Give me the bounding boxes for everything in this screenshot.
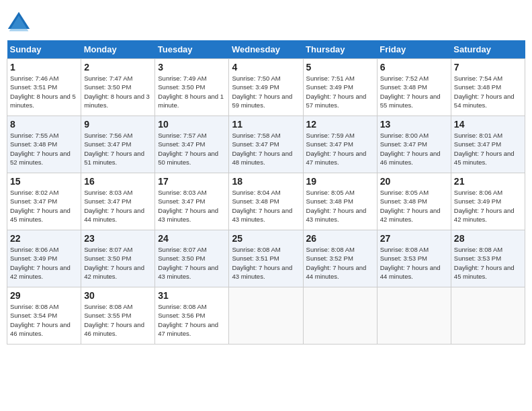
day-number: 27 <box>380 233 448 244</box>
day-number: 2 <box>84 62 152 73</box>
day-number: 25 <box>232 233 300 244</box>
day-info: Sunrise: 7:57 AM Sunset: 3:47 PM Dayligh… <box>158 131 226 167</box>
day-info: Sunrise: 8:06 AM Sunset: 3:49 PM Dayligh… <box>10 245 78 281</box>
calendar-cell: 11 Sunrise: 7:58 AM Sunset: 3:47 PM Dayl… <box>229 116 303 173</box>
day-info: Sunrise: 8:08 AM Sunset: 3:55 PM Dayligh… <box>84 302 152 338</box>
day-number: 15 <box>10 176 78 187</box>
day-number: 12 <box>306 119 374 130</box>
week-row-4: 22 Sunrise: 8:06 AM Sunset: 3:49 PM Dayl… <box>7 230 525 287</box>
calendar-cell: 21 Sunrise: 8:06 AM Sunset: 3:49 PM Dayl… <box>451 173 525 230</box>
day-number: 28 <box>454 233 522 244</box>
column-header-sunday: Sunday <box>7 40 81 59</box>
calendar-cell: 3 Sunrise: 7:49 AM Sunset: 3:50 PM Dayli… <box>155 59 229 116</box>
day-info: Sunrise: 7:56 AM Sunset: 3:47 PM Dayligh… <box>84 131 152 167</box>
day-info: Sunrise: 8:07 AM Sunset: 3:50 PM Dayligh… <box>84 245 152 281</box>
column-header-friday: Friday <box>377 40 451 59</box>
calendar-cell <box>451 287 525 345</box>
calendar-cell: 17 Sunrise: 8:03 AM Sunset: 3:47 PM Dayl… <box>155 173 229 230</box>
calendar-cell: 28 Sunrise: 8:08 AM Sunset: 3:53 PM Dayl… <box>451 230 525 287</box>
day-info: Sunrise: 8:07 AM Sunset: 3:50 PM Dayligh… <box>158 245 226 281</box>
calendar-cell: 25 Sunrise: 8:08 AM Sunset: 3:51 PM Dayl… <box>229 230 303 287</box>
week-row-1: 1 Sunrise: 7:46 AM Sunset: 3:51 PM Dayli… <box>7 59 525 116</box>
day-info: Sunrise: 7:54 AM Sunset: 3:48 PM Dayligh… <box>454 74 522 109</box>
day-number: 6 <box>380 62 448 73</box>
day-info: Sunrise: 7:58 AM Sunset: 3:47 PM Dayligh… <box>232 131 300 167</box>
day-number: 5 <box>306 62 374 73</box>
day-info: Sunrise: 7:52 AM Sunset: 3:48 PM Dayligh… <box>380 74 448 109</box>
column-header-thursday: Thursday <box>303 40 377 59</box>
day-info: Sunrise: 8:08 AM Sunset: 3:52 PM Dayligh… <box>306 245 374 281</box>
day-info: Sunrise: 8:03 AM Sunset: 3:47 PM Dayligh… <box>158 188 226 224</box>
calendar-cell: 15 Sunrise: 8:02 AM Sunset: 3:47 PM Dayl… <box>7 173 81 230</box>
day-info: Sunrise: 8:08 AM Sunset: 3:54 PM Dayligh… <box>10 302 78 338</box>
calendar-cell: 16 Sunrise: 8:03 AM Sunset: 3:47 PM Dayl… <box>81 173 155 230</box>
calendar-table: SundayMondayTuesdayWednesdayThursdayFrid… <box>7 40 525 345</box>
day-number: 19 <box>306 176 374 187</box>
page-header <box>7 7 525 35</box>
day-info: Sunrise: 7:46 AM Sunset: 3:51 PM Dayligh… <box>10 74 78 109</box>
day-number: 26 <box>306 233 374 244</box>
calendar-cell <box>303 287 377 345</box>
day-info: Sunrise: 7:55 AM Sunset: 3:48 PM Dayligh… <box>10 131 78 167</box>
calendar-cell: 27 Sunrise: 8:08 AM Sunset: 3:53 PM Dayl… <box>377 230 451 287</box>
week-row-3: 15 Sunrise: 8:02 AM Sunset: 3:47 PM Dayl… <box>7 173 525 230</box>
calendar-cell: 2 Sunrise: 7:47 AM Sunset: 3:50 PM Dayli… <box>81 59 155 116</box>
column-header-monday: Monday <box>81 40 155 59</box>
calendar-cell: 31 Sunrise: 8:08 AM Sunset: 3:56 PM Dayl… <box>155 287 229 345</box>
day-number: 29 <box>10 290 78 301</box>
calendar-cell: 5 Sunrise: 7:51 AM Sunset: 3:49 PM Dayli… <box>303 59 377 116</box>
calendar-cell: 22 Sunrise: 8:06 AM Sunset: 3:49 PM Dayl… <box>7 230 81 287</box>
day-number: 16 <box>84 176 152 187</box>
day-info: Sunrise: 7:59 AM Sunset: 3:47 PM Dayligh… <box>306 131 374 167</box>
column-header-tuesday: Tuesday <box>155 40 229 59</box>
day-info: Sunrise: 8:02 AM Sunset: 3:47 PM Dayligh… <box>10 188 78 224</box>
calendar-cell: 4 Sunrise: 7:50 AM Sunset: 3:49 PM Dayli… <box>229 59 303 116</box>
calendar-cell: 9 Sunrise: 7:56 AM Sunset: 3:47 PM Dayli… <box>81 116 155 173</box>
day-number: 13 <box>380 119 448 130</box>
calendar-cell: 18 Sunrise: 8:04 AM Sunset: 3:48 PM Dayl… <box>229 173 303 230</box>
day-number: 3 <box>158 62 226 73</box>
day-number: 30 <box>84 290 152 301</box>
day-info: Sunrise: 8:05 AM Sunset: 3:48 PM Dayligh… <box>380 188 448 224</box>
calendar-cell: 6 Sunrise: 7:52 AM Sunset: 3:48 PM Dayli… <box>377 59 451 116</box>
calendar-cell: 7 Sunrise: 7:54 AM Sunset: 3:48 PM Dayli… <box>451 59 525 116</box>
day-number: 23 <box>84 233 152 244</box>
day-number: 21 <box>454 176 522 187</box>
calendar-cell <box>377 287 451 345</box>
header-row: SundayMondayTuesdayWednesdayThursdayFrid… <box>7 40 525 59</box>
day-number: 10 <box>158 119 226 130</box>
logo-icon <box>7 11 31 35</box>
day-info: Sunrise: 8:01 AM Sunset: 3:47 PM Dayligh… <box>454 131 522 167</box>
column-header-saturday: Saturday <box>451 40 525 59</box>
day-number: 18 <box>232 176 300 187</box>
column-header-wednesday: Wednesday <box>229 40 303 59</box>
calendar-cell: 29 Sunrise: 8:08 AM Sunset: 3:54 PM Dayl… <box>7 287 81 345</box>
logo <box>7 11 34 35</box>
day-number: 31 <box>158 290 226 301</box>
day-number: 14 <box>454 119 522 130</box>
day-number: 8 <box>10 119 78 130</box>
calendar-cell: 30 Sunrise: 8:08 AM Sunset: 3:55 PM Dayl… <box>81 287 155 345</box>
day-info: Sunrise: 8:08 AM Sunset: 3:53 PM Dayligh… <box>380 245 448 281</box>
day-info: Sunrise: 8:04 AM Sunset: 3:48 PM Dayligh… <box>232 188 300 224</box>
calendar-cell: 24 Sunrise: 8:07 AM Sunset: 3:50 PM Dayl… <box>155 230 229 287</box>
day-info: Sunrise: 8:06 AM Sunset: 3:49 PM Dayligh… <box>454 188 522 224</box>
calendar-cell: 26 Sunrise: 8:08 AM Sunset: 3:52 PM Dayl… <box>303 230 377 287</box>
week-row-5: 29 Sunrise: 8:08 AM Sunset: 3:54 PM Dayl… <box>7 287 525 345</box>
calendar-cell: 13 Sunrise: 8:00 AM Sunset: 3:47 PM Dayl… <box>377 116 451 173</box>
day-info: Sunrise: 7:47 AM Sunset: 3:50 PM Dayligh… <box>84 74 152 109</box>
calendar-cell: 19 Sunrise: 8:05 AM Sunset: 3:48 PM Dayl… <box>303 173 377 230</box>
calendar-cell: 14 Sunrise: 8:01 AM Sunset: 3:47 PM Dayl… <box>451 116 525 173</box>
day-number: 9 <box>84 119 152 130</box>
calendar-cell <box>229 287 303 345</box>
calendar-cell: 12 Sunrise: 7:59 AM Sunset: 3:47 PM Dayl… <box>303 116 377 173</box>
day-number: 20 <box>380 176 448 187</box>
day-number: 4 <box>232 62 300 73</box>
calendar-cell: 10 Sunrise: 7:57 AM Sunset: 3:47 PM Dayl… <box>155 116 229 173</box>
day-info: Sunrise: 7:50 AM Sunset: 3:49 PM Dayligh… <box>232 74 300 109</box>
day-number: 11 <box>232 119 300 130</box>
day-info: Sunrise: 8:08 AM Sunset: 3:56 PM Dayligh… <box>158 302 226 338</box>
day-number: 17 <box>158 176 226 187</box>
day-info: Sunrise: 7:49 AM Sunset: 3:50 PM Dayligh… <box>158 74 226 109</box>
day-info: Sunrise: 8:05 AM Sunset: 3:48 PM Dayligh… <box>306 188 374 224</box>
